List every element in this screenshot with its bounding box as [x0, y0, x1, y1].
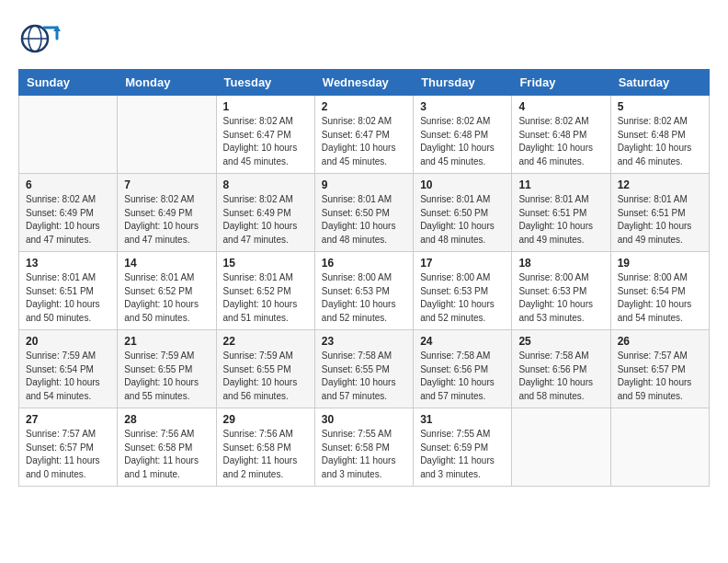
day-info: Sunrise: 7:55 AM Sunset: 6:59 PM Dayligh…: [420, 428, 505, 481]
day-info: Sunrise: 8:01 AM Sunset: 6:52 PM Dayligh…: [223, 271, 308, 325]
day-number: 25: [518, 335, 603, 348]
calendar-cell: [512, 408, 610, 487]
calendar-cell: 5Sunrise: 8:02 AM Sunset: 6:48 PM Daylig…: [610, 96, 709, 174]
day-number: 6: [26, 178, 110, 191]
day-number: 15: [223, 257, 308, 270]
day-info: Sunrise: 7:59 AM Sunset: 6:55 PM Dayligh…: [223, 350, 308, 403]
calendar-cell: 8Sunrise: 8:02 AM Sunset: 6:49 PM Daylig…: [216, 174, 314, 252]
day-info: Sunrise: 7:59 AM Sunset: 6:55 PM Dayligh…: [124, 350, 209, 403]
calendar-cell: 30Sunrise: 7:55 AM Sunset: 6:58 PM Dayli…: [314, 408, 413, 487]
day-number: 27: [26, 413, 110, 426]
calendar-cell: 11Sunrise: 8:01 AM Sunset: 6:51 PM Dayli…: [512, 174, 610, 252]
calendar-cell: 6Sunrise: 8:02 AM Sunset: 6:49 PM Daylig…: [19, 174, 118, 252]
day-number: 8: [223, 178, 308, 191]
day-info: Sunrise: 8:02 AM Sunset: 6:48 PM Dayligh…: [618, 115, 702, 168]
day-info: Sunrise: 8:02 AM Sunset: 6:49 PM Dayligh…: [26, 193, 110, 247]
calendar-cell: 24Sunrise: 7:58 AM Sunset: 6:56 PM Dayli…: [414, 330, 512, 408]
header-monday: Monday: [118, 70, 216, 96]
header-tuesday: Tuesday: [216, 70, 314, 96]
calendar-cell: 18Sunrise: 8:00 AM Sunset: 6:53 PM Dayli…: [512, 252, 610, 330]
calendar-week-3: 13Sunrise: 8:01 AM Sunset: 6:51 PM Dayli…: [19, 252, 710, 330]
calendar-cell: [610, 408, 709, 487]
calendar-cell: 7Sunrise: 8:02 AM Sunset: 6:49 PM Daylig…: [118, 174, 216, 252]
day-number: 9: [322, 178, 406, 191]
day-info: Sunrise: 7:55 AM Sunset: 6:58 PM Dayligh…: [322, 428, 406, 481]
calendar-cell: 12Sunrise: 8:01 AM Sunset: 6:51 PM Dayli…: [610, 174, 709, 252]
calendar-cell: 2Sunrise: 8:02 AM Sunset: 6:47 PM Daylig…: [314, 96, 413, 174]
day-number: 22: [223, 335, 308, 348]
header-sunday: Sunday: [19, 70, 118, 96]
day-number: 28: [124, 413, 209, 426]
calendar-cell: 26Sunrise: 7:57 AM Sunset: 6:57 PM Dayli…: [610, 330, 709, 408]
day-number: 3: [420, 100, 505, 113]
header-friday: Friday: [512, 70, 610, 96]
day-number: 29: [223, 413, 308, 426]
calendar-cell: 22Sunrise: 7:59 AM Sunset: 6:55 PM Dayli…: [216, 330, 314, 408]
day-info: Sunrise: 8:02 AM Sunset: 6:48 PM Dayligh…: [420, 115, 505, 168]
day-number: 10: [420, 178, 505, 191]
day-info: Sunrise: 7:58 AM Sunset: 6:56 PM Dayligh…: [518, 350, 603, 403]
day-info: Sunrise: 8:02 AM Sunset: 6:47 PM Dayligh…: [223, 115, 308, 168]
logo: [18, 18, 67, 60]
day-info: Sunrise: 8:01 AM Sunset: 6:51 PM Dayligh…: [26, 271, 110, 325]
day-number: 21: [124, 335, 209, 348]
day-number: 4: [518, 100, 603, 113]
day-number: 18: [518, 257, 603, 270]
day-info: Sunrise: 8:01 AM Sunset: 6:50 PM Dayligh…: [322, 193, 406, 247]
day-number: 16: [322, 257, 406, 270]
header-wednesday: Wednesday: [314, 70, 413, 96]
calendar-cell: [19, 96, 118, 174]
calendar-cell: 25Sunrise: 7:58 AM Sunset: 6:56 PM Dayli…: [512, 330, 610, 408]
calendar-cell: 4Sunrise: 8:02 AM Sunset: 6:48 PM Daylig…: [512, 96, 610, 174]
calendar-cell: 1Sunrise: 8:02 AM Sunset: 6:47 PM Daylig…: [216, 96, 314, 174]
day-info: Sunrise: 8:02 AM Sunset: 6:49 PM Dayligh…: [124, 193, 209, 247]
day-info: Sunrise: 8:01 AM Sunset: 6:52 PM Dayligh…: [124, 271, 209, 325]
calendar-cell: [118, 96, 216, 174]
day-info: Sunrise: 7:56 AM Sunset: 6:58 PM Dayligh…: [223, 428, 308, 481]
day-number: 13: [26, 257, 110, 270]
day-number: 14: [124, 257, 209, 270]
day-info: Sunrise: 8:00 AM Sunset: 6:53 PM Dayligh…: [322, 271, 406, 325]
calendar-cell: 13Sunrise: 8:01 AM Sunset: 6:51 PM Dayli…: [19, 252, 118, 330]
day-number: 24: [420, 335, 505, 348]
day-info: Sunrise: 8:02 AM Sunset: 6:48 PM Dayligh…: [518, 115, 603, 168]
day-info: Sunrise: 7:57 AM Sunset: 6:57 PM Dayligh…: [26, 428, 110, 481]
calendar-cell: 9Sunrise: 8:01 AM Sunset: 6:50 PM Daylig…: [314, 174, 413, 252]
calendar-cell: 15Sunrise: 8:01 AM Sunset: 6:52 PM Dayli…: [216, 252, 314, 330]
day-number: 20: [26, 335, 110, 348]
calendar-cell: 27Sunrise: 7:57 AM Sunset: 6:57 PM Dayli…: [19, 408, 118, 487]
day-number: 5: [618, 100, 702, 113]
logo-icon: [18, 18, 64, 60]
day-info: Sunrise: 7:56 AM Sunset: 6:58 PM Dayligh…: [124, 428, 209, 481]
calendar-cell: 21Sunrise: 7:59 AM Sunset: 6:55 PM Dayli…: [118, 330, 216, 408]
calendar-cell: 31Sunrise: 7:55 AM Sunset: 6:59 PM Dayli…: [414, 408, 512, 487]
calendar-cell: 16Sunrise: 8:00 AM Sunset: 6:53 PM Dayli…: [314, 252, 413, 330]
day-info: Sunrise: 7:58 AM Sunset: 6:55 PM Dayligh…: [322, 350, 406, 403]
day-info: Sunrise: 8:00 AM Sunset: 6:53 PM Dayligh…: [518, 271, 603, 325]
day-number: 31: [420, 413, 505, 426]
day-info: Sunrise: 8:01 AM Sunset: 6:51 PM Dayligh…: [518, 193, 603, 247]
calendar-cell: 23Sunrise: 7:58 AM Sunset: 6:55 PM Dayli…: [314, 330, 413, 408]
day-info: Sunrise: 8:00 AM Sunset: 6:54 PM Dayligh…: [618, 271, 702, 325]
calendar-cell: 28Sunrise: 7:56 AM Sunset: 6:58 PM Dayli…: [118, 408, 216, 487]
calendar-week-1: 1Sunrise: 8:02 AM Sunset: 6:47 PM Daylig…: [19, 96, 710, 174]
day-info: Sunrise: 8:01 AM Sunset: 6:51 PM Dayligh…: [618, 193, 702, 247]
calendar-header-row: SundayMondayTuesdayWednesdayThursdayFrid…: [19, 70, 710, 96]
day-number: 7: [124, 178, 209, 191]
day-number: 17: [420, 257, 505, 270]
calendar-cell: 14Sunrise: 8:01 AM Sunset: 6:52 PM Dayli…: [118, 252, 216, 330]
calendar-table: SundayMondayTuesdayWednesdayThursdayFrid…: [18, 69, 710, 487]
day-info: Sunrise: 8:01 AM Sunset: 6:50 PM Dayligh…: [420, 193, 505, 247]
calendar-week-2: 6Sunrise: 8:02 AM Sunset: 6:49 PM Daylig…: [19, 174, 710, 252]
day-info: Sunrise: 8:02 AM Sunset: 6:49 PM Dayligh…: [223, 193, 308, 247]
day-number: 19: [618, 257, 702, 270]
calendar-cell: 29Sunrise: 7:56 AM Sunset: 6:58 PM Dayli…: [216, 408, 314, 487]
header-saturday: Saturday: [610, 70, 709, 96]
page-header: [18, 18, 710, 60]
day-info: Sunrise: 8:02 AM Sunset: 6:47 PM Dayligh…: [322, 115, 406, 168]
calendar-cell: 3Sunrise: 8:02 AM Sunset: 6:48 PM Daylig…: [414, 96, 512, 174]
day-info: Sunrise: 7:59 AM Sunset: 6:54 PM Dayligh…: [26, 350, 110, 403]
calendar-cell: 20Sunrise: 7:59 AM Sunset: 6:54 PM Dayli…: [19, 330, 118, 408]
day-number: 1: [223, 100, 308, 113]
calendar-week-5: 27Sunrise: 7:57 AM Sunset: 6:57 PM Dayli…: [19, 408, 710, 487]
